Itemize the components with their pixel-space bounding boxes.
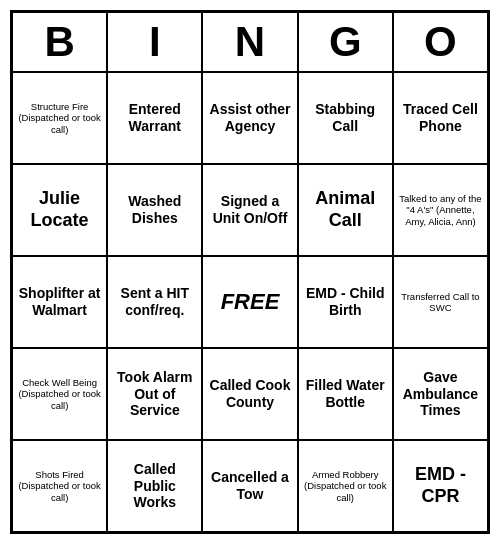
cell-4-0: Shots Fired (Dispatched or took call) <box>12 440 107 532</box>
cell-2-1: Sent a HIT conf/req. <box>107 256 202 348</box>
cell-1-2: Signed a Unit On/Off <box>202 164 297 256</box>
cell-3-3: Filled Water Bottle <box>298 348 393 440</box>
row-1: Julie LocateWashed DishesSigned a Unit O… <box>12 164 488 256</box>
bingo-grid: Structure Fire (Dispatched or took call)… <box>12 72 488 532</box>
cell-0-0: Structure Fire (Dispatched or took call) <box>12 72 107 164</box>
header-n: N <box>202 12 297 72</box>
header-i: I <box>107 12 202 72</box>
cell-4-4: EMD - CPR <box>393 440 488 532</box>
cell-0-3: Stabbing Call <box>298 72 393 164</box>
cell-3-2: Called Cook County <box>202 348 297 440</box>
cell-4-1: Called Public Works <box>107 440 202 532</box>
row-0: Structure Fire (Dispatched or took call)… <box>12 72 488 164</box>
cell-0-2: Assist other Agency <box>202 72 297 164</box>
header-o: O <box>393 12 488 72</box>
row-3: Check Well Being (Dispatched or took cal… <box>12 348 488 440</box>
cell-2-0: Shoplifter at Walmart <box>12 256 107 348</box>
cell-3-1: Took Alarm Out of Service <box>107 348 202 440</box>
bingo-card: B I N G O Structure Fire (Dispatched or … <box>10 10 490 534</box>
cell-4-3: Armed Robbery (Dispatched or took call) <box>298 440 393 532</box>
row-4: Shots Fired (Dispatched or took call)Cal… <box>12 440 488 532</box>
cell-4-2: Cancelled a Tow <box>202 440 297 532</box>
cell-2-3: EMD - Child Birth <box>298 256 393 348</box>
header-g: G <box>298 12 393 72</box>
row-2: Shoplifter at WalmartSent a HIT conf/req… <box>12 256 488 348</box>
cell-0-1: Entered Warrant <box>107 72 202 164</box>
cell-1-3: Animal Call <box>298 164 393 256</box>
cell-3-4: Gave Ambulance Times <box>393 348 488 440</box>
header-b: B <box>12 12 107 72</box>
cell-0-4: Traced Cell Phone <box>393 72 488 164</box>
cell-1-4: Talked to any of the "4 A's" (Annette, A… <box>393 164 488 256</box>
cell-1-1: Washed Dishes <box>107 164 202 256</box>
cell-1-0: Julie Locate <box>12 164 107 256</box>
bingo-header: B I N G O <box>12 12 488 72</box>
cell-2-2: FREE <box>202 256 297 348</box>
cell-2-4: Transferred Call to SWC <box>393 256 488 348</box>
cell-3-0: Check Well Being (Dispatched or took cal… <box>12 348 107 440</box>
